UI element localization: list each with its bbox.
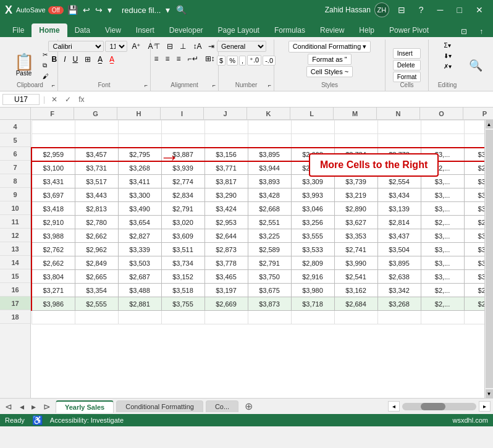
cell-I10[interactable]: $2,791 xyxy=(161,202,204,216)
cell-G14[interactable]: $2,849 xyxy=(75,256,118,270)
horizontal-scroll-track[interactable] xyxy=(402,403,476,410)
row-header-12[interactable]: 12 xyxy=(0,229,30,242)
cell-K9[interactable]: $3,428 xyxy=(248,188,291,202)
cell-F8[interactable]: $3,431 xyxy=(32,175,75,188)
align-bottom-button[interactable]: ⊥ xyxy=(177,41,189,52)
format-as-table-button[interactable]: Format as " xyxy=(308,54,351,65)
cell-M13[interactable]: $2,741 xyxy=(334,243,377,256)
horizontal-scroll-thumb[interactable] xyxy=(421,403,445,410)
maximize-button[interactable]: □ xyxy=(452,4,467,16)
align-left-button[interactable]: ≡ xyxy=(151,53,161,64)
undo-button[interactable]: ↩ xyxy=(82,4,91,16)
cell-K16[interactable]: $3,675 xyxy=(248,284,291,297)
cell-J9[interactable]: $3,290 xyxy=(204,188,248,202)
col-header-J[interactable]: J xyxy=(204,108,247,119)
cell-N13[interactable]: $3,504 xyxy=(377,243,421,256)
help-button[interactable]: ? xyxy=(414,4,429,16)
cell-N15[interactable]: $2,638 xyxy=(377,270,421,284)
cell-G11[interactable]: $2,780 xyxy=(75,216,118,229)
cell-G10[interactable]: $2,813 xyxy=(75,202,118,216)
cell-M15[interactable]: $2,541 xyxy=(334,270,377,284)
font-size-select[interactable]: 11 xyxy=(105,41,127,52)
cell-L17[interactable]: $3,718 xyxy=(291,297,334,311)
cell-H15[interactable]: $2,687 xyxy=(118,270,161,284)
cell-L14[interactable]: $2,809 xyxy=(291,256,334,270)
cell-K17[interactable]: $3,873 xyxy=(248,297,291,311)
cell-J14[interactable]: $3,778 xyxy=(204,256,248,270)
cell-F6[interactable]: $2,959 xyxy=(32,148,75,161)
cell-L5[interactable] xyxy=(291,134,334,148)
cell-J8[interactable]: $3,817 xyxy=(204,175,248,188)
cell-O17[interactable]: $2,... xyxy=(421,297,464,311)
cell-K18[interactable] xyxy=(248,311,291,324)
tab-file[interactable]: File xyxy=(5,23,32,37)
cell-N4[interactable] xyxy=(377,120,421,134)
cell-H10[interactable]: $3,490 xyxy=(118,202,161,216)
cell-G6[interactable]: $3,457 xyxy=(75,148,118,161)
row-header-4[interactable]: 4 xyxy=(0,120,30,133)
cell-I12[interactable]: $3,609 xyxy=(161,229,204,243)
cell-J15[interactable]: $3,465 xyxy=(204,270,248,284)
cell-O11[interactable]: $2,... xyxy=(421,216,464,229)
scroll-down-button[interactable]: ▼ xyxy=(486,389,493,398)
cell-I8[interactable]: $2,774 xyxy=(161,175,204,188)
cell-I17[interactable]: $3,755 xyxy=(161,297,204,311)
col-header-O[interactable]: O xyxy=(420,108,463,119)
tab-formulas[interactable]: Formulas xyxy=(267,23,313,37)
search-button[interactable]: 🔍 xyxy=(175,4,188,16)
cell-F11[interactable]: $2,910 xyxy=(32,216,75,229)
cell-M11[interactable]: $3,627 xyxy=(334,216,377,229)
border-button[interactable]: ⊞ xyxy=(82,54,94,65)
cell-M10[interactable]: $2,890 xyxy=(334,202,377,216)
underline-button[interactable]: U xyxy=(70,54,82,65)
cell-L13[interactable]: $3,533 xyxy=(291,243,334,256)
cell-reference-box[interactable] xyxy=(2,94,40,105)
align-center-button[interactable]: ≡ xyxy=(162,53,172,64)
fill-button[interactable]: ⬇▾ xyxy=(437,51,457,61)
tab-insert[interactable]: Insert xyxy=(129,23,162,37)
sheet-tab-co[interactable]: Co... xyxy=(206,400,238,412)
cell-N14[interactable]: $3,895 xyxy=(377,256,421,270)
wrap-text-button[interactable]: ⌐↵ xyxy=(185,53,201,64)
font-color-button[interactable]: A̲ xyxy=(106,54,117,65)
redo-button[interactable]: ↪ xyxy=(94,4,104,16)
cell-F15[interactable]: $3,804 xyxy=(32,270,75,284)
cell-K14[interactable]: $2,791 xyxy=(248,256,291,270)
cell-K5[interactable] xyxy=(248,134,291,148)
cell-M4[interactable] xyxy=(334,120,377,134)
cell-G17[interactable]: $2,555 xyxy=(75,297,118,311)
ribbon-collapse-button[interactable]: ⊟ xyxy=(393,4,410,16)
cell-F14[interactable]: $2,662 xyxy=(32,256,75,270)
col-header-N[interactable]: N xyxy=(377,108,420,119)
tab-help[interactable]: Help xyxy=(352,23,382,37)
cell-H16[interactable]: $3,488 xyxy=(118,284,161,297)
cell-N17[interactable]: $3,268 xyxy=(377,297,421,311)
cell-K10[interactable]: $2,668 xyxy=(248,202,291,216)
conditional-formatting-button[interactable]: Conditional Formatting ▾ xyxy=(289,41,371,53)
font-name-select[interactable]: Calibri xyxy=(48,41,104,52)
add-sheet-button[interactable]: ⊕ xyxy=(241,399,256,413)
cell-K11[interactable]: $2,551 xyxy=(248,216,291,229)
row-header-18[interactable]: 18 xyxy=(0,310,30,324)
row-header-11[interactable]: 11 xyxy=(0,215,30,229)
cell-O10[interactable]: $3,... xyxy=(421,202,464,216)
col-header-L[interactable]: L xyxy=(290,108,334,119)
delete-cells-button[interactable]: Delete xyxy=(393,60,421,70)
col-header-I[interactable]: I xyxy=(161,108,204,119)
save-button[interactable]: 💾 xyxy=(66,4,79,16)
row-header-13[interactable]: 13 xyxy=(0,242,30,256)
paste-button[interactable]: 📋 Paste xyxy=(9,51,39,79)
cell-L12[interactable]: $3,555 xyxy=(291,229,334,243)
clear-button[interactable]: ✗▾ xyxy=(437,62,457,71)
function-icon[interactable]: ✕ xyxy=(49,94,60,105)
number-format-select[interactable]: General xyxy=(217,41,266,52)
cell-L9[interactable]: $3,993 xyxy=(291,188,334,202)
cell-O14[interactable]: $3,... xyxy=(421,256,464,270)
cell-G15[interactable]: $2,665 xyxy=(75,270,118,284)
align-right-button[interactable]: ≡ xyxy=(174,53,184,64)
alignment-launcher[interactable]: ⌐ xyxy=(213,82,216,88)
vertical-scrollbar[interactable]: ▲ ▼ xyxy=(484,120,493,398)
cell-H8[interactable]: $3,411 xyxy=(118,175,161,188)
cell-K7[interactable]: $3,944 xyxy=(248,161,291,175)
insert-function-icon[interactable]: fx xyxy=(76,94,86,105)
